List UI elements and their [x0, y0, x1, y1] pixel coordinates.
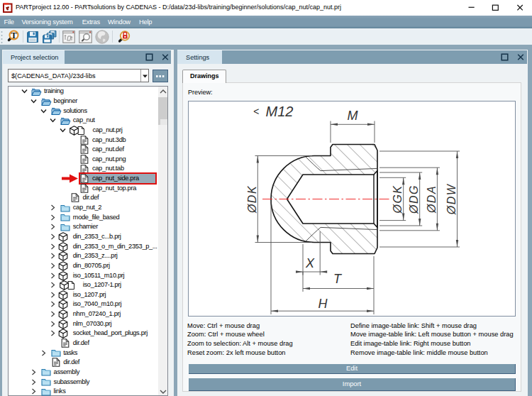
svg-text:<: <	[253, 106, 259, 117]
svg-text:ØDK: ØDK	[246, 185, 258, 214]
svg-text:T: T	[333, 272, 343, 286]
svg-text:ØDA: ØDA	[426, 185, 438, 214]
svg-text:X: X	[305, 256, 315, 270]
svg-text:M: M	[348, 109, 358, 123]
svg-text:H: H	[318, 297, 328, 311]
svg-text:ØDG: ØDG	[408, 185, 420, 214]
svg-text:ØDW: ØDW	[445, 183, 458, 215]
svg-text:M12: M12	[266, 104, 294, 119]
svg-text:T: T	[11, 31, 16, 40]
svg-text:ØGK: ØGK	[392, 185, 404, 214]
